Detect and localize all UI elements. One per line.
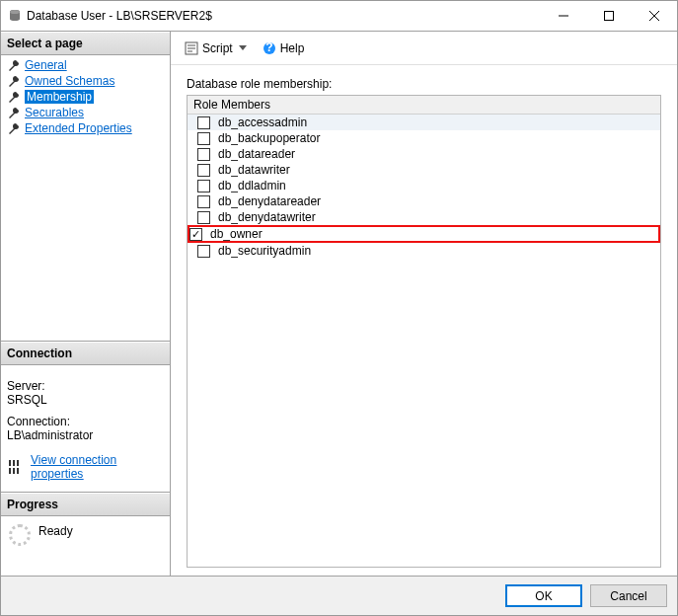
dialog-footer: OK Cancel [1,576,677,615]
script-button[interactable]: Script [181,39,251,57]
sidebar-item-label: Extended Properties [25,121,132,135]
role-row[interactable]: db_securityadmin [188,243,660,259]
role-name: db_datareader [218,147,295,161]
role-name: db_owner [210,227,263,241]
role-name: db_accessadmin [218,116,307,129]
wrench-icon [7,107,21,118]
role-name: db_securityadmin [218,244,311,258]
role-checkbox[interactable] [197,211,210,224]
svg-text:?: ? [265,41,272,54]
role-row[interactable]: db_datawriter [188,162,660,178]
script-label: Script [202,41,233,55]
svg-rect-8 [17,460,19,466]
help-icon: ? [263,41,276,55]
role-name: db_datawriter [218,163,290,177]
sidebar-item-label: Owned Schemas [25,74,114,88]
database-icon [7,8,23,24]
page-nav: GeneralOwned SchemasMembershipSecurables… [1,55,170,342]
role-checkbox[interactable] [197,164,210,177]
minimize-button[interactable] [541,1,586,31]
chevron-down-icon [239,45,247,50]
titlebar: Database User - LB\SRSERVER2$ [1,1,677,31]
wrench-icon [7,75,21,87]
server-value: SRSQL [7,393,164,407]
cancel-button[interactable]: Cancel [590,584,667,607]
connection-panel: Server: SRSQL Connection: LB\administrat… [1,365,170,493]
sidebar-item-membership[interactable]: Membership [3,89,168,105]
role-row[interactable]: db_datareader [188,146,660,162]
dialog-body: Select a page GeneralOwned SchemasMember… [1,31,677,576]
svg-rect-6 [9,460,11,466]
window-title: Database User - LB\SRSERVER2$ [27,9,212,23]
role-row[interactable]: db_denydatareader [188,193,660,209]
sidebar-item-label: General [25,58,67,72]
role-checkbox[interactable] [189,228,202,241]
role-name: db_denydatawriter [218,210,316,224]
role-checkbox[interactable] [197,148,210,161]
script-icon [185,41,198,55]
sidebar-item-owned-schemas[interactable]: Owned Schemas [3,73,168,89]
ok-button[interactable]: OK [505,584,582,607]
svg-point-1 [10,10,20,14]
progress-status: Ready [38,524,73,538]
progress-header: Progress [1,493,170,516]
role-row[interactable]: db_denydatawriter [188,209,660,225]
wrench-icon [7,122,21,134]
sidebar-item-securables[interactable]: Securables [3,105,168,120]
connection-props-icon [7,460,21,474]
connection-header: Connection [1,342,170,365]
svg-rect-9 [9,468,11,474]
role-checkbox[interactable] [197,195,210,208]
main-panel: Script ? Help Database role membership: [171,32,677,576]
svg-rect-10 [13,468,15,474]
role-row[interactable]: db_ddladmin [188,178,660,193]
sidebar-item-extended-properties[interactable]: Extended Properties [3,120,168,136]
role-membership-grid: Role Members db_accessadmindb_backupoper… [187,95,661,568]
membership-label: Database role membership: [187,77,661,91]
connection-value: LB\administrator [7,428,164,442]
role-row[interactable]: db_backupoperator [188,130,660,146]
roles-list: db_accessadmindb_backupoperatordb_datare… [188,115,660,259]
progress-spinner-icon [9,524,31,546]
help-button[interactable]: ? Help [259,39,309,57]
view-connection-properties-link[interactable]: View connection properties [27,452,164,482]
role-name: db_backupoperator [218,131,320,145]
role-row[interactable]: db_accessadmin [188,115,660,130]
maximize-button[interactable] [586,1,632,31]
role-name: db_denydatareader [218,194,321,208]
sidebar: Select a page GeneralOwned SchemasMember… [1,32,171,576]
server-label: Server: [7,379,164,393]
select-page-header: Select a page [1,32,170,55]
close-button[interactable] [632,1,677,31]
role-name: db_ddladmin [218,179,286,192]
help-label: Help [280,41,305,55]
role-checkbox[interactable] [197,132,210,145]
sidebar-item-general[interactable]: General [3,57,168,73]
content-area: Database role membership: Role Members d… [171,65,677,576]
svg-rect-7 [13,460,15,466]
sidebar-item-label: Membership [25,90,94,104]
role-row[interactable]: db_owner [188,225,660,243]
sidebar-item-label: Securables [25,106,84,119]
wrench-icon [7,59,21,71]
connection-label: Connection: [7,415,164,428]
role-checkbox[interactable] [197,180,210,192]
svg-rect-3 [605,12,614,21]
grid-column-header: Role Members [188,96,660,115]
dialog-window: Database User - LB\SRSERVER2$ Select a p… [0,0,678,616]
svg-rect-11 [17,468,19,474]
progress-panel: Ready [1,516,170,576]
role-checkbox[interactable] [197,116,210,129]
wrench-icon [7,91,21,103]
toolbar: Script ? Help [171,32,677,65]
role-checkbox[interactable] [197,245,210,258]
